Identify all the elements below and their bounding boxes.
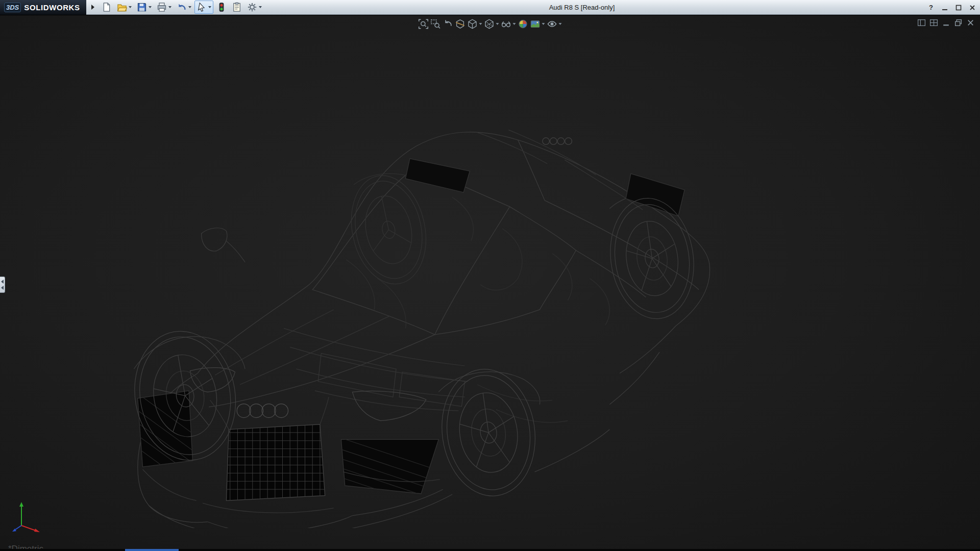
hide-show-items-dropdown-icon[interactable] [513, 23, 516, 25]
select-button[interactable] [194, 1, 213, 14]
print-dropdown-icon[interactable] [168, 6, 172, 8]
taskbar-app-indicator [125, 549, 179, 551]
title-bar: 3DS SOLIDWORKS [0, 0, 980, 15]
view-settings-button[interactable] [546, 18, 563, 30]
view-settings-icon [547, 19, 557, 29]
new-document-icon [102, 2, 112, 12]
apply-scene-button[interactable] [529, 18, 546, 30]
menu-flyout-arrow-icon[interactable] [91, 5, 94, 10]
window-title: Audi R8 S [Read-only] [549, 0, 615, 15]
undo-button[interactable] [175, 1, 193, 14]
feature-manager-pane-icon [917, 18, 926, 27]
save-button[interactable] [135, 1, 154, 14]
zoom-to-area-icon [431, 19, 441, 29]
print-icon [157, 2, 167, 12]
undo-icon [177, 2, 187, 12]
file-properties-button[interactable] [230, 1, 244, 14]
feature-manager-pane-button[interactable] [917, 18, 926, 27]
apply-scene-dropdown-icon[interactable] [542, 23, 545, 25]
view-settings-dropdown-icon[interactable] [559, 23, 562, 25]
minimize-document-icon[interactable] [942, 18, 950, 27]
rebuild-button[interactable] [214, 1, 229, 14]
graphics-viewport[interactable]: *Dimetric [0, 15, 980, 551]
feature-manager-splitter[interactable] [0, 277, 5, 293]
print-button[interactable] [155, 1, 174, 14]
zoom-to-area-button[interactable] [430, 18, 442, 30]
open-dropdown-icon[interactable] [129, 6, 132, 8]
3ds-logo-icon: 3DS [4, 3, 21, 12]
hide-show-items-button[interactable] [500, 18, 517, 30]
view-orientation-icon [468, 19, 478, 29]
previous-view-button[interactable] [442, 18, 454, 30]
save-icon [137, 2, 147, 12]
open-button[interactable] [115, 1, 134, 14]
collapse-pane-arrow-icon [1, 280, 4, 284]
file-properties-icon [232, 2, 242, 12]
hide-show-items-icon [501, 19, 511, 29]
new-document-button[interactable] [100, 1, 114, 14]
select-dropdown-icon[interactable] [208, 6, 211, 8]
window-controls: ? [926, 0, 977, 15]
view-orientation-dropdown-icon[interactable] [479, 23, 482, 25]
document-window-controls [917, 18, 975, 27]
close-document-icon[interactable] [966, 18, 975, 27]
taskbar-edge [0, 549, 980, 551]
brand-name: SOLIDWORKS [24, 3, 80, 12]
split-pane-button[interactable] [929, 18, 938, 27]
zoom-to-fit-icon [419, 19, 429, 29]
help-icon[interactable]: ? [926, 3, 936, 12]
select-icon [197, 2, 207, 12]
edit-appearance-button[interactable] [517, 18, 529, 30]
options-dropdown-icon[interactable] [259, 6, 262, 8]
wireframe-car-model[interactable] [128, 122, 715, 528]
collapse-pane-arrow-icon [1, 286, 4, 290]
section-view-button[interactable] [454, 18, 467, 30]
options-icon [247, 2, 257, 12]
view-orientation-button[interactable] [467, 18, 483, 30]
apply-scene-icon [530, 19, 541, 29]
solidworks-logo: 3DS SOLIDWORKS [0, 0, 86, 15]
restore-document-icon[interactable] [954, 18, 963, 27]
maximize-window-icon[interactable] [954, 3, 963, 12]
reference-triad-icon [6, 496, 47, 537]
save-dropdown-icon[interactable] [149, 6, 152, 8]
heads-up-view-toolbar [418, 18, 563, 30]
display-style-icon [484, 19, 495, 29]
zoom-to-fit-button[interactable] [418, 18, 430, 30]
section-view-icon [455, 19, 465, 29]
display-style-dropdown-icon[interactable] [496, 23, 499, 25]
undo-dropdown-icon[interactable] [188, 6, 191, 8]
display-style-button[interactable] [483, 18, 500, 30]
minimize-window-icon[interactable] [940, 3, 949, 12]
close-window-icon[interactable] [968, 3, 977, 12]
solidworks-window: 3DS SOLIDWORKS [0, 0, 980, 551]
split-pane-icon [929, 18, 938, 27]
edit-appearance-icon [518, 19, 528, 29]
open-icon [117, 2, 127, 12]
options-button[interactable] [245, 1, 264, 14]
previous-view-icon [443, 19, 453, 29]
main-toolbar [100, 1, 264, 14]
rebuild-icon [216, 2, 227, 12]
